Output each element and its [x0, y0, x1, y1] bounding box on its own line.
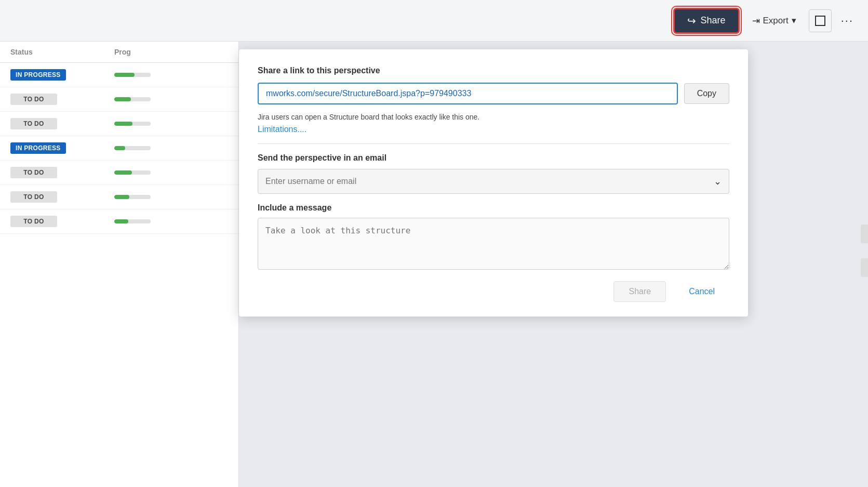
email-input[interactable] [265, 177, 714, 186]
status-badge: TO DO [10, 191, 57, 203]
email-input-row: ⌄ [258, 169, 729, 194]
email-section-title: Send the perspective in an email [258, 153, 729, 163]
chevron-down-icon: ⌄ [714, 176, 722, 187]
section-divider [258, 143, 729, 144]
progress-bar [114, 219, 151, 223]
status-badge: IN PROGRESS [10, 69, 66, 81]
share-button[interactable]: ↪ Share [673, 8, 739, 34]
progress-fill [114, 219, 128, 223]
modal-share-button[interactable]: Share [613, 281, 666, 302]
share-modal: Share a link to this perspective Copy Ji… [239, 49, 748, 317]
limitations-link[interactable]: Limitations.... [258, 125, 306, 134]
progress-bar [114, 170, 151, 175]
table-row: TO DO [0, 112, 238, 136]
progress-bar [114, 73, 151, 77]
progress-fill [114, 146, 125, 150]
table-row: IN PROGRESS [0, 63, 238, 87]
more-options-button[interactable]: ··· [837, 12, 858, 30]
status-badge: TO DO [10, 94, 57, 105]
modal-footer: Share Cancel [258, 281, 729, 302]
progress-fill [114, 195, 129, 199]
table-row: TO DO [0, 87, 238, 112]
progress-fill [114, 170, 132, 175]
scroll-hint [861, 225, 868, 243]
message-textarea[interactable] [258, 218, 729, 270]
export-chevron-icon: ▾ [792, 15, 796, 26]
table-area: Status Prog IN PROGRESS TO DO TO DO [0, 42, 239, 487]
progress-bar [114, 146, 151, 150]
table-row: TO DO [0, 209, 238, 234]
progress-bar [114, 195, 151, 199]
progress-bar [114, 122, 151, 126]
progress-bar [114, 97, 151, 101]
table-row: TO DO [0, 185, 238, 209]
link-section-title: Share a link to this perspective [258, 66, 729, 75]
progress-fill [114, 97, 131, 101]
share-button-label: Share [700, 15, 725, 26]
url-input[interactable] [258, 83, 678, 104]
table-row: TO DO [0, 161, 238, 185]
status-column-header: Status [10, 48, 94, 56]
table-header: Status Prog [0, 42, 238, 63]
copy-button[interactable]: Copy [684, 83, 729, 104]
scroll-hint-2 [861, 258, 868, 277]
export-button[interactable]: ⇥ Export ▾ [745, 10, 804, 32]
status-badge: IN PROGRESS [10, 142, 66, 154]
status-badge: TO DO [10, 216, 57, 227]
info-text: Jira users can open a Structure board th… [258, 112, 729, 123]
window-icon [815, 16, 825, 26]
message-section-title: Include a message [258, 203, 729, 213]
share-arrow-icon: ↪ [687, 15, 696, 27]
table-row: IN PROGRESS [0, 136, 238, 161]
modal-cancel-button[interactable]: Cancel [674, 282, 729, 301]
progress-fill [114, 122, 132, 126]
export-label: Export [763, 16, 789, 26]
progress-fill [114, 73, 135, 77]
export-icon: ⇥ [752, 15, 760, 27]
toolbar: ↪ Share ⇥ Export ▾ ··· [0, 0, 868, 42]
progress-column-header: Prog [114, 48, 156, 56]
more-dots-icon: ··· [841, 14, 853, 27]
status-badge: TO DO [10, 167, 57, 178]
status-badge: TO DO [10, 118, 57, 129]
url-row: Copy [258, 83, 729, 104]
window-button[interactable] [809, 9, 832, 32]
